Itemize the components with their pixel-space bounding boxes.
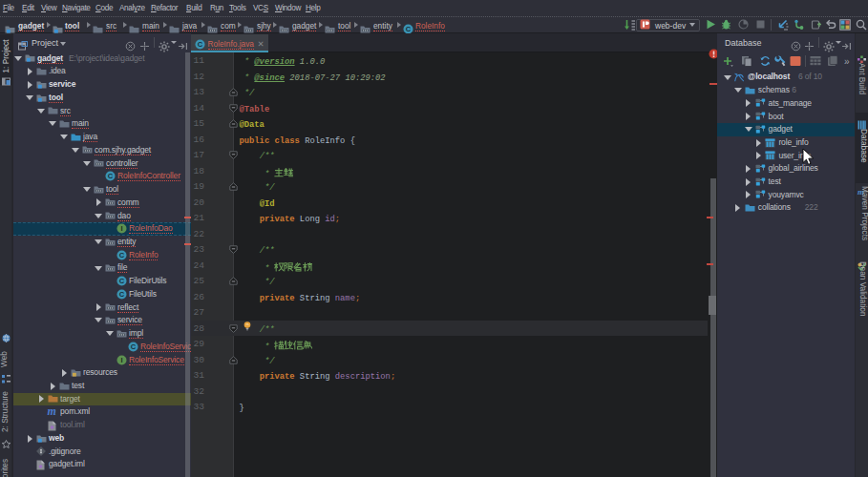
svg-text:C: C [118,251,124,259]
svg-text:C: C [198,40,203,49]
svg-text:C: C [406,25,412,33]
svg-text:C: C [107,173,113,181]
svg-text:I: I [120,356,122,364]
svg-text:C: C [118,290,124,299]
svg-text:C: C [130,342,136,351]
svg-text:I: I [120,224,122,233]
svg-text:C: C [118,277,124,285]
